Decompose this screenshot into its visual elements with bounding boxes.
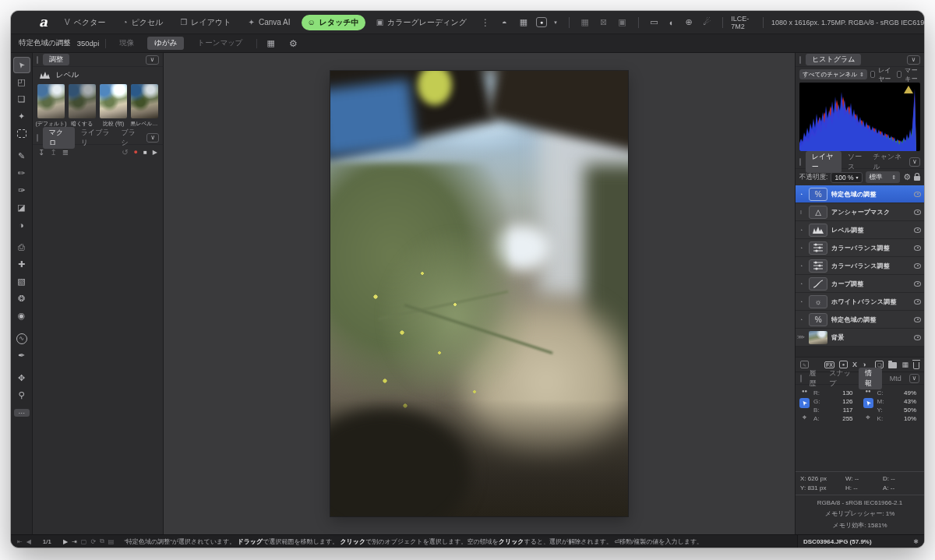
sphere-icon[interactable]: ⊕ <box>681 16 696 29</box>
layer-row-background[interactable]: ⋙ 背景 <box>796 329 924 347</box>
macro-reset-icon[interactable]: ↺ <box>122 148 128 157</box>
layer-row-selective-colour-2[interactable]: ◔ % 特定色域の調整 <box>796 311 924 329</box>
marquee-checkbox[interactable] <box>897 71 901 78</box>
previous-page-icon[interactable]: ◀ <box>26 538 31 545</box>
levels-category-row[interactable]: レベル <box>33 67 163 83</box>
preset-black-level[interactable]: 黒レベル… <box>130 84 159 128</box>
channel-selector[interactable]: すべてのチャンネル ⇕ <box>799 69 867 79</box>
apps-grid-icon[interactable]: ▦ <box>516 16 531 29</box>
layer-settings-gear-icon[interactable]: ⚙ <box>903 172 911 182</box>
macro-export-icon[interactable]: ↥ <box>50 148 56 157</box>
target-icon[interactable]: ⌖ <box>803 413 807 422</box>
sampler-icon[interactable]: ●● <box>802 389 807 393</box>
canvas-area[interactable] <box>164 53 795 534</box>
visibility-eye-icon[interactable] <box>914 263 921 269</box>
layer-row-color-balance-2[interactable]: ◔ カラーバランス調整 <box>796 257 924 275</box>
document-photo[interactable] <box>330 71 628 516</box>
persona-layout[interactable]: ❒ レイアウト <box>174 15 237 30</box>
image-icon[interactable]: ▭ <box>646 16 662 29</box>
last-page-icon[interactable]: ⇥ <box>72 538 77 545</box>
colour-picker-tool[interactable]: ✒ <box>13 347 30 364</box>
sampler-icon[interactable]: ●● <box>865 389 870 393</box>
appearance-toggle-icon[interactable]: ◓ <box>498 16 511 29</box>
page-box-icon[interactable]: ▢ <box>81 538 87 545</box>
target-icon[interactable]: ⌖ <box>866 413 870 422</box>
refresh-icon[interactable]: ⟳ <box>90 538 96 545</box>
macro-play-button[interactable]: ▶ <box>153 149 157 156</box>
visibility-eye-icon[interactable] <box>914 335 921 340</box>
lock-icon[interactable] <box>914 176 920 181</box>
pan-tool[interactable]: ✥ <box>13 370 30 386</box>
persona-retouch-active[interactable]: ☺ レタッチ中 <box>302 15 365 30</box>
visibility-eye-icon[interactable] <box>914 227 921 233</box>
display-dropdown-icon[interactable]: ▾ <box>550 18 561 27</box>
layer-row-levels[interactable]: ◔ レベル調整 <box>796 221 924 239</box>
book-icon[interactable]: ▤ <box>108 538 115 545</box>
select-all-icon[interactable]: ▦ <box>577 16 593 29</box>
contrast-icon[interactable]: ◐ <box>665 16 679 29</box>
mask-checker-icon[interactable]: ▦ <box>901 361 909 368</box>
flash-off-icon[interactable]: ☄ <box>700 16 715 29</box>
opacity-dropdown[interactable]: 100 % ▾ <box>831 172 862 183</box>
paint-brush-tool[interactable]: ✎ <box>13 148 30 164</box>
tab-histogram[interactable]: ヒストグラム <box>806 54 861 65</box>
display-mode-button[interactable]: ● <box>536 17 547 27</box>
move-tool[interactable]: ➤ <box>13 57 30 73</box>
first-page-icon[interactable]: ⇤ <box>17 538 23 545</box>
visibility-eye-icon[interactable] <box>914 210 921 215</box>
panel-chevron-icon[interactable]: ∨ <box>909 374 919 383</box>
cursor-mode-icon[interactable]: ➤ <box>863 398 873 408</box>
healing-brush-tool[interactable]: ✚ <box>13 256 30 273</box>
panel-chevron-icon[interactable]: ∨ <box>907 55 920 65</box>
persona-pixel[interactable]: ◔ ピクセル <box>116 15 169 30</box>
more-tools-button[interactable]: ⋯ <box>14 409 30 417</box>
liquify-mode-button[interactable]: ゆがみ <box>147 37 184 50</box>
clone-stamp-tool[interactable]: ⎙ <box>13 239 30 255</box>
red-eye-tool[interactable]: ◉ <box>13 308 30 324</box>
tonemap-mode-button[interactable]: トーンマップ <box>190 37 249 50</box>
persona-canva-ai[interactable]: ✦ Canva AI <box>242 16 297 29</box>
develop-mode-button[interactable]: 現像 <box>112 37 141 50</box>
colour-replacement-brush-tool[interactable]: ✏ <box>13 165 30 181</box>
pixel-brush-tool[interactable]: ✑ <box>13 182 30 199</box>
tab-adjustments[interactable]: 調整 <box>43 54 69 65</box>
patch-tool[interactable]: ▧ <box>13 273 30 290</box>
shortcut-grid-icon[interactable]: ▦ <box>263 37 279 50</box>
panel-chevron-icon[interactable]: ∨ <box>146 133 159 143</box>
marquee-tool[interactable] <box>13 125 30 142</box>
duplicate-pages-icon[interactable]: ⧉ <box>100 537 104 545</box>
layer-row-white-balance[interactable]: ◔ ☼ ホワイトバランス調整 <box>796 293 924 311</box>
edit-layer-icon[interactable]: ✎ <box>800 361 809 368</box>
eraser-tool[interactable]: ◪ <box>13 199 30 216</box>
visibility-eye-icon[interactable] <box>914 192 921 197</box>
persona-vector[interactable]: V ベクター <box>58 15 111 30</box>
selection-brush-tool[interactable]: ❏ <box>13 91 30 107</box>
visibility-eye-icon[interactable] <box>914 245 921 251</box>
visibility-eye-icon[interactable] <box>914 281 921 287</box>
cursor-mode-icon[interactable]: ➤ <box>799 398 810 408</box>
group-layers-icon[interactable] <box>888 362 897 368</box>
layer-checkbox[interactable] <box>870 71 875 78</box>
layer-row-curves[interactable]: ◔ カーブ調整 <box>796 275 924 293</box>
layer-row-selective-colour[interactable]: ◔ % 特定色域の調整 <box>796 185 924 203</box>
layer-row-unsharp-mask[interactable]: I △ アンシャープマスク <box>796 203 924 221</box>
inpainting-tool[interactable]: ∿ <box>13 330 30 347</box>
settings-gear-icon[interactable]: ⚙ <box>285 37 302 51</box>
zoom-tool[interactable]: ⚲ <box>13 387 30 403</box>
preset-compare-light[interactable]: 比較 (明) <box>99 84 128 128</box>
macro-add-list-icon[interactable]: ≣ <box>62 148 69 157</box>
preset-darken[interactable]: 暗くする <box>68 84 97 128</box>
invert-selection-icon[interactable]: ▣ <box>614 16 630 29</box>
visibility-eye-icon[interactable] <box>914 317 921 322</box>
more-personas-icon[interactable]: ⋮ <box>478 17 493 28</box>
preset-default[interactable]: (デフォルト) <box>37 84 65 128</box>
visibility-eye-icon[interactable] <box>914 299 921 305</box>
live-filter-icon[interactable]: X <box>852 361 857 368</box>
delete-layer-icon[interactable] <box>913 362 919 369</box>
flood-select-tool[interactable]: ✦ <box>13 108 30 125</box>
dodge-burn-tool[interactable]: ◑ <box>13 217 30 233</box>
panel-chevron-icon[interactable]: ∨ <box>909 157 920 167</box>
deselect-icon[interactable]: ⊠ <box>596 16 611 29</box>
tab-metadata[interactable]: Mtd <box>888 374 903 383</box>
persona-color-grading[interactable]: ▣ カラーグレーディング <box>370 15 473 30</box>
